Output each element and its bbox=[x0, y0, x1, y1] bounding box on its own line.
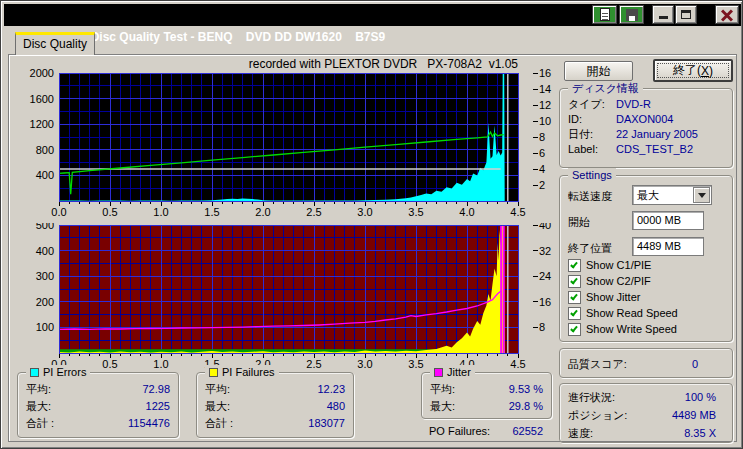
pif-jitter-chart: 1002003004005008162432400.00.51.01.52.02… bbox=[15, 223, 555, 373]
pie-speed-chart: 4008001200160020002468101214160.00.51.01… bbox=[15, 57, 555, 221]
svg-text:4: 4 bbox=[539, 163, 545, 175]
stat-value: 1225 bbox=[146, 399, 170, 413]
disc-info-title: ディスク情報 bbox=[568, 81, 643, 95]
disc-date-label: 日付: bbox=[568, 127, 616, 141]
floppy-icon bbox=[626, 9, 638, 21]
speed-label: 速度: bbox=[568, 426, 593, 440]
checkbox-icon bbox=[568, 259, 581, 272]
maximize-icon bbox=[681, 10, 691, 19]
maximize-button[interactable] bbox=[675, 5, 697, 24]
checkbox-show-jitter[interactable]: Show Jitter bbox=[568, 290, 640, 304]
tab-disc-quality[interactable]: Disc Quality bbox=[15, 32, 95, 55]
disc-type-value: DVD-R bbox=[616, 97, 724, 111]
stat-label: 最大: bbox=[26, 399, 51, 413]
settings-title: Settings bbox=[568, 168, 616, 182]
svg-text:10: 10 bbox=[539, 115, 551, 127]
close-button[interactable] bbox=[715, 5, 739, 24]
transfer-speed-select[interactable]: 最大 bbox=[632, 185, 712, 205]
disc-info-group: ディスク情報 タイプ:DVD-R ID:DAXON004 日付:22 Janua… bbox=[559, 88, 733, 168]
svg-text:1200: 1200 bbox=[30, 118, 54, 130]
svg-text:8: 8 bbox=[539, 131, 545, 143]
progress-value: 100 % bbox=[685, 390, 716, 404]
svg-text:6: 6 bbox=[539, 147, 545, 159]
checkmark-icon bbox=[570, 308, 578, 316]
legend-title: PI Errors bbox=[43, 366, 86, 378]
chevron-down-icon bbox=[698, 193, 706, 198]
legend-title: PI Failures bbox=[222, 366, 275, 378]
checkbox-show-write-speed[interactable]: Show Write Speed bbox=[568, 322, 677, 336]
svg-text:16: 16 bbox=[539, 296, 551, 308]
checkbox-label: Show C2/PIF bbox=[586, 275, 651, 287]
svg-text:2.0: 2.0 bbox=[255, 206, 270, 218]
checkbox-show-c1-pie[interactable]: Show C1/PIE bbox=[568, 258, 651, 272]
checkbox-show-read-speed[interactable]: Show Read Speed bbox=[568, 306, 678, 320]
tab-label: Disc Quality bbox=[23, 37, 87, 51]
svg-text:0.5: 0.5 bbox=[102, 358, 117, 370]
svg-text:32: 32 bbox=[539, 245, 551, 257]
svg-text:0.5: 0.5 bbox=[102, 206, 117, 218]
disc-type-label: タイプ: bbox=[568, 97, 616, 111]
svg-text:14: 14 bbox=[539, 83, 551, 95]
minimize-button[interactable] bbox=[652, 5, 674, 24]
svg-text:400: 400 bbox=[36, 169, 54, 181]
stat-label: 最大: bbox=[430, 399, 455, 413]
checkbox-show-c2-pif[interactable]: Show C2/PIF bbox=[568, 274, 651, 288]
combo-dropdown-button[interactable] bbox=[693, 187, 710, 203]
checkmark-icon bbox=[570, 276, 578, 284]
checkbox-icon bbox=[568, 291, 581, 304]
disc-date-value: 22 January 2005 bbox=[616, 127, 724, 141]
svg-text:800: 800 bbox=[36, 144, 54, 156]
checkbox-icon bbox=[568, 307, 581, 320]
svg-text:400: 400 bbox=[36, 245, 54, 257]
transfer-speed-value: 最大 bbox=[637, 189, 659, 201]
results-button[interactable] bbox=[592, 5, 617, 24]
stat-value: 12.23 bbox=[317, 382, 345, 396]
start-button-label: 開始 bbox=[587, 63, 611, 80]
pi-errors-swatch-icon bbox=[30, 368, 39, 377]
stat-value: 72.98 bbox=[142, 382, 170, 396]
end-position-value: 4489 MB bbox=[637, 240, 681, 252]
svg-text:4.5: 4.5 bbox=[510, 358, 525, 370]
svg-text:100: 100 bbox=[36, 321, 54, 333]
svg-text:4.5: 4.5 bbox=[510, 206, 525, 218]
disc-label-label: Label: bbox=[568, 142, 616, 156]
svg-text:12: 12 bbox=[539, 99, 551, 111]
po-failures-label: PO Failures: bbox=[429, 424, 490, 438]
quality-score-label: 品質スコア: bbox=[568, 357, 627, 371]
svg-text:0.0: 0.0 bbox=[51, 206, 66, 218]
transfer-speed-label: 転送速度 bbox=[568, 189, 612, 204]
svg-text:500: 500 bbox=[36, 223, 54, 231]
start-position-label: 開始 bbox=[568, 215, 590, 230]
svg-text:1.0: 1.0 bbox=[153, 358, 168, 370]
svg-text:300: 300 bbox=[36, 270, 54, 282]
save-button[interactable] bbox=[619, 5, 644, 24]
svg-text:2.5: 2.5 bbox=[306, 206, 321, 218]
quality-score-group: 品質スコア: 0 bbox=[559, 348, 733, 378]
stat-value: 480 bbox=[327, 399, 345, 413]
minimize-icon bbox=[659, 10, 668, 19]
checkbox-label: Show C1/PIE bbox=[586, 259, 651, 271]
start-position-value: 0000 MB bbox=[637, 214, 681, 226]
svg-text:8: 8 bbox=[539, 321, 545, 333]
position-label: ポジション: bbox=[568, 408, 627, 422]
svg-text:16: 16 bbox=[539, 67, 551, 79]
exit-button[interactable]: 終了(X) bbox=[653, 59, 733, 82]
progress-label: 進行状況: bbox=[568, 390, 615, 404]
po-failures-value: 62552 bbox=[512, 424, 543, 438]
start-position-field[interactable]: 0000 MB bbox=[632, 211, 704, 230]
end-position-field[interactable]: 4489 MB bbox=[632, 237, 704, 256]
svg-text:3.0: 3.0 bbox=[357, 206, 372, 218]
svg-text:2000: 2000 bbox=[30, 67, 54, 79]
svg-text:24: 24 bbox=[539, 270, 551, 282]
jitter-legend: Jitter 平均:9.53 % 最大:29.8 % bbox=[421, 372, 552, 419]
svg-text:200: 200 bbox=[36, 296, 54, 308]
checkbox-label: Show Jitter bbox=[586, 291, 640, 303]
pi-errors-legend: PI Errors 平均:72.98 最大:1225 合計 :1154476 bbox=[17, 372, 179, 438]
stat-label: 最大: bbox=[205, 399, 230, 413]
end-position-label: 終了位置 bbox=[568, 241, 612, 256]
progress-group: 進行状況:100 % ポジション:4489 MB 速度:8.35 X bbox=[559, 383, 733, 443]
stat-label: 合計 : bbox=[26, 416, 54, 430]
start-button[interactable]: 開始 bbox=[564, 61, 633, 81]
position-value: 4489 MB bbox=[672, 408, 716, 422]
pi-failures-swatch-icon bbox=[209, 368, 218, 377]
